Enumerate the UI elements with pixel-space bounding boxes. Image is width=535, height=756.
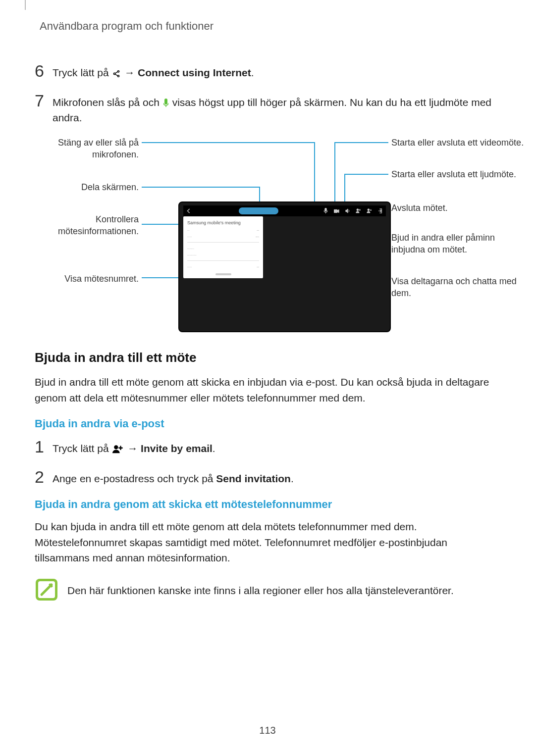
step-text: Ange en e-postadress och tryck på Send i… <box>53 468 500 486</box>
participants-icon <box>356 207 361 214</box>
svg-point-8 <box>368 209 370 211</box>
invite-user-icon <box>112 443 123 452</box>
leader-line <box>314 142 315 207</box>
section-header: Användbara program och funktioner <box>40 20 500 33</box>
step-number: 7 <box>35 92 53 109</box>
step-text: Tryck lätt på → Connect using Internet. <box>53 62 500 80</box>
video-icon <box>334 207 339 214</box>
step-number: 6 <box>35 62 53 79</box>
callout-audio: Starta eller avsluta ett ljudmöte. <box>391 169 530 180</box>
subheading-email: Bjuda in andra via e-post <box>35 417 500 430</box>
callout-mic: Stäng av eller slå på mikrofonen. <box>50 137 139 160</box>
text: Mikrofonen slås på och <box>53 97 162 108</box>
svg-rect-5 <box>334 209 337 212</box>
step-number: 1 <box>35 438 53 455</box>
mic-green-icon <box>163 97 168 105</box>
text: . <box>251 67 254 78</box>
leader-line <box>334 142 335 207</box>
svg-rect-3 <box>164 99 167 104</box>
callout-end: Avsluta mötet. <box>391 202 530 214</box>
page-number: 113 <box>0 725 535 736</box>
arrow-text: → <box>124 67 138 78</box>
panel-title: Samsung mobile's meeting <box>187 220 259 225</box>
leader-line <box>142 142 315 143</box>
note-icon <box>35 578 58 602</box>
exit-icon <box>377 207 383 214</box>
meeting-info-panel: Samsung mobile's meeting ---- ------- --… <box>183 216 263 278</box>
para-invite: Bjud in andra till ett möte genom att sk… <box>35 374 500 405</box>
svg-point-9 <box>114 446 118 450</box>
step-2: 2 Ange en e-postadress och tryck på Send… <box>35 468 500 486</box>
arrow-text: → <box>127 443 141 454</box>
callout-invite: Bjud in andra eller påminn inbjudna om m… <box>391 232 530 255</box>
callout-number: Visa mötesnumret. <box>50 273 139 285</box>
svg-point-7 <box>359 209 361 211</box>
text: Tryck lätt på <box>53 443 111 454</box>
callout-share: Dela skärmen. <box>50 182 139 193</box>
subheading-phone: Bjuda in andra genom att skicka ett möte… <box>35 498 500 511</box>
text: . <box>291 473 294 484</box>
diagram: Stäng av eller slå på mikrofonen. Dela s… <box>35 137 500 320</box>
panel-handle <box>215 273 231 275</box>
bold-text: Connect using Internet <box>138 67 251 78</box>
tablet-topbar <box>183 205 386 216</box>
heading-invite: Bjuda in andra till ett möte <box>35 350 500 365</box>
step-6: 6 Tryck lätt på → Connect using Internet… <box>35 62 500 80</box>
step-number: 2 <box>35 468 53 485</box>
text: . <box>213 443 215 454</box>
leader-line <box>142 187 260 188</box>
back-icon <box>183 205 194 216</box>
svg-point-0 <box>118 71 119 72</box>
step-1: 1 Tryck lätt på → Invite by email. <box>35 438 500 456</box>
leader-line <box>334 142 388 143</box>
step-text: Mikrofonen slås på och visas högst upp t… <box>53 92 500 125</box>
bold-text: Send invitation <box>216 473 291 484</box>
callout-video: Starta eller avsluta ett videomöte. <box>391 137 530 149</box>
svg-point-2 <box>118 75 119 77</box>
tablet-mockup: Samsung mobile's meeting ---- ------- --… <box>178 202 391 332</box>
bold-text: Invite by email <box>141 443 213 454</box>
screen-share-pill <box>239 207 278 214</box>
mic-icon <box>323 207 328 214</box>
callout-participants: Visa deltagarna och chatta med dem. <box>391 276 530 299</box>
text: Ange en e-postadress och tryck på <box>53 473 216 484</box>
page: Användbara program och funktioner 6 Tryc… <box>0 0 535 756</box>
svg-point-6 <box>357 209 359 211</box>
top-rule <box>25 0 26 10</box>
leader-line <box>344 174 388 175</box>
text: Tryck lätt på <box>53 67 111 78</box>
step-text: Tryck lätt på → Invite by email. <box>53 438 500 456</box>
speaker-icon <box>345 207 350 214</box>
note-box: Den här funktionen kanske inte finns i a… <box>35 578 500 602</box>
step-7: 7 Mikrofonen slås på och visas högst upp… <box>35 92 500 125</box>
topbar-icons <box>323 207 383 214</box>
svg-rect-4 <box>325 208 326 211</box>
callout-info: Kontrollera mötesinformationen. <box>50 214 139 237</box>
note-text: Den här funktionen kanske inte finns i a… <box>67 578 454 599</box>
invite-user-icon <box>367 207 372 214</box>
para-phone: Du kan bjuda in andra till ett möte geno… <box>35 519 500 566</box>
share-icon <box>112 67 120 75</box>
